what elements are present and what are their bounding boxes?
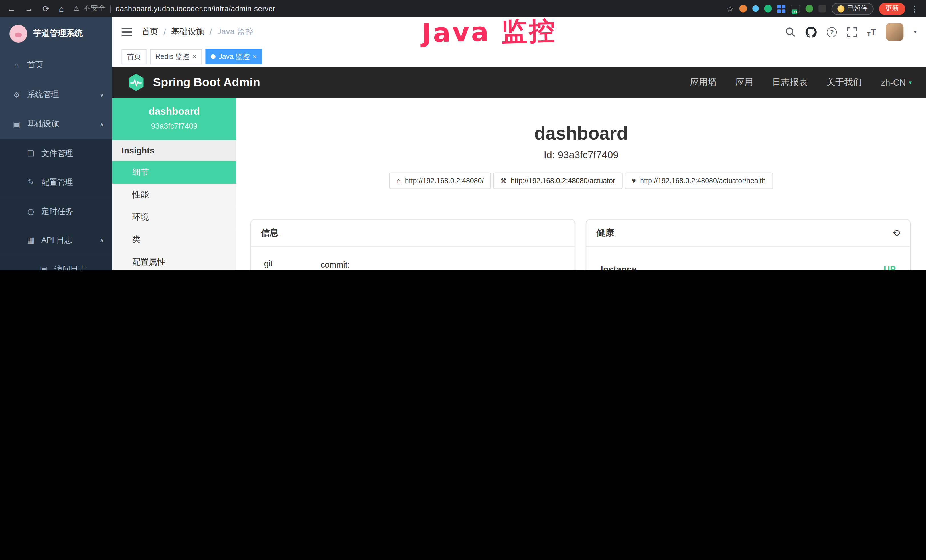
- address-separator: |: [109, 4, 112, 13]
- search-icon[interactable]: [785, 27, 795, 37]
- address-bar[interactable]: ⚠ 不安全 | dashboard.yudao.iocoder.cn/infra…: [73, 3, 726, 14]
- extension-icon-green[interactable]: [764, 5, 772, 12]
- wrench-icon: ⚒: [500, 177, 507, 185]
- sidebar-item-label: 系统管理: [27, 89, 59, 100]
- back-icon[interactable]: ←: [7, 4, 15, 13]
- home-icon: ⌂: [396, 177, 401, 185]
- sidebar-item-api-logs[interactable]: ▦ API 日志 ∧: [0, 226, 112, 254]
- instance-url-link[interactable]: ⌂ http://192.168.0.2:48080/: [389, 173, 491, 189]
- browser-toolbar: ☆ on 已暂停 更新 ⋮: [726, 3, 919, 14]
- edit-icon: ✎: [26, 178, 35, 186]
- breadcrumb-home[interactable]: 首页: [142, 27, 158, 37]
- instance-id: 93a3fc7f7409: [117, 122, 232, 131]
- sidebar-item-home[interactable]: ⌂ 首页: [0, 50, 112, 80]
- actuator-url-link[interactable]: ⚒ http://192.168.0.2:48080/actuator: [493, 173, 622, 189]
- sba-sidebar: dashboard 93a3fc7f7409 Insights 细节 性能 环境…: [112, 98, 236, 271]
- browser-home-icon[interactable]: ⌂: [59, 4, 64, 13]
- page-subtitle: Id: 93a3fc7f7409: [236, 150, 926, 161]
- sidebar-item-scheduled-jobs[interactable]: ◷ 定时任务: [0, 197, 112, 226]
- app-sidebar: 芋道管理系统 ⌂ 首页 ⚙ 系统管理 ∨ ▤ 基础设施 ∧ ❏ 文件管理 ✎: [0, 17, 112, 271]
- tag-label: 首页: [127, 51, 141, 62]
- annotation-overlay: Java 监控: [421, 14, 557, 51]
- bookmark-star-icon[interactable]: ☆: [726, 4, 734, 13]
- instance-header[interactable]: dashboard 93a3fc7f7409: [112, 98, 236, 140]
- user-avatar[interactable]: [886, 23, 904, 41]
- sba-nav-journal[interactable]: 日志报表: [772, 77, 807, 88]
- sidebar-item-access-logs[interactable]: ▣ 访问日志: [0, 255, 112, 271]
- tag-label: Redis 监控: [156, 51, 190, 62]
- table-row[interactable]: Instance UP: [599, 257, 897, 271]
- extensions-puzzle-icon[interactable]: [818, 5, 826, 12]
- paused-pill[interactable]: 已暂停: [831, 3, 873, 14]
- health-instance-label: Instance: [601, 264, 637, 271]
- tag-home[interactable]: 首页: [122, 49, 147, 65]
- reload-icon[interactable]: ⟳: [42, 4, 49, 13]
- on-badge-label: on: [792, 9, 797, 14]
- navbar-tools: ? TT ▾: [785, 23, 916, 41]
- sba-nav-about[interactable]: 关于我们: [826, 77, 862, 88]
- sba-item-config-props[interactable]: 配置属性: [112, 251, 236, 271]
- extension-icon-blue-drop[interactable]: [752, 5, 759, 12]
- sba-item-details[interactable]: 细节: [112, 161, 236, 184]
- breadcrumb-separator: /: [210, 27, 212, 36]
- github-icon[interactable]: [806, 26, 817, 37]
- sidebar-item-file-management[interactable]: ❏ 文件管理: [0, 139, 112, 168]
- breadcrumb-infrastructure[interactable]: 基础设施: [171, 27, 204, 37]
- breadcrumb: 首页 / 基础设施 / Java 监控: [142, 27, 254, 37]
- heart-icon: ♥: [632, 177, 636, 185]
- forward-icon[interactable]: →: [25, 4, 33, 13]
- tag-java-monitor[interactable]: Java 监控 ×: [206, 49, 262, 65]
- link-text: http://192.168.0.2:48080/actuator: [511, 177, 615, 185]
- file-icon: ❏: [26, 149, 35, 158]
- collapse-sidebar-button[interactable]: [122, 28, 132, 36]
- instance-links: ⌂ http://192.168.0.2:48080/ ⚒ http://192…: [236, 173, 926, 189]
- browser-menu-icon[interactable]: ⋮: [911, 4, 919, 13]
- sidebar-item-label: 访问日志: [54, 264, 86, 271]
- active-dot: [211, 54, 216, 59]
- close-icon[interactable]: ×: [253, 53, 257, 61]
- sba-nav-applications[interactable]: 应用: [735, 77, 753, 88]
- spring-boot-admin-logo[interactable]: [126, 73, 146, 92]
- health-url-link[interactable]: ♥ http://192.168.0.2:48080/actuator/heal…: [625, 173, 773, 189]
- sidebar-item-config-management[interactable]: ✎ 配置管理: [0, 168, 112, 197]
- sidebar-item-label: 基础设施: [27, 119, 59, 129]
- font-size-icon[interactable]: TT: [867, 27, 876, 37]
- security-label: 不安全: [83, 3, 106, 14]
- app-logo[interactable]: 芋道管理系统: [0, 17, 112, 50]
- sidebar-item-label: 首页: [27, 60, 43, 70]
- insights-section-label: Insights: [112, 140, 236, 162]
- sidebar-item-label: 配置管理: [41, 177, 73, 188]
- update-button[interactable]: 更新: [879, 3, 905, 14]
- close-icon[interactable]: ×: [192, 53, 197, 61]
- history-icon[interactable]: ⟲: [892, 227, 900, 239]
- sba-nav-wallboard[interactable]: 应用墙: [690, 77, 717, 88]
- spring-boot-admin: Spring Boot Admin 应用墙 应用 日志报表 关于我们 zh-CN…: [112, 67, 926, 271]
- sba-item-environment[interactable]: 环境: [112, 206, 236, 229]
- sba-locale-select[interactable]: zh-CN ▾: [881, 77, 912, 87]
- sidebar-item-infrastructure[interactable]: ▤ 基础设施 ∧: [0, 109, 112, 139]
- sidebar-item-label: 文件管理: [41, 148, 73, 159]
- tag-redis-monitor[interactable]: Redis 监控 ×: [150, 49, 202, 65]
- sidebar-item-system[interactable]: ⚙ 系统管理 ∨: [0, 80, 112, 109]
- info-card: 信息 git commit: time: 1596289704000 id: 2…: [251, 219, 575, 271]
- breadcrumb-separator: /: [164, 27, 166, 36]
- paused-label: 已暂停: [847, 4, 867, 13]
- fullscreen-icon[interactable]: [847, 27, 857, 37]
- extension-icon-on[interactable]: on: [791, 5, 800, 12]
- caret-down-icon[interactable]: ▾: [914, 29, 916, 35]
- extension-icon-leaf[interactable]: [805, 5, 813, 12]
- table-row: git commit: time: 1596289704000 id: 27aa…: [264, 257, 562, 271]
- chevron-down-icon: ▾: [909, 79, 912, 86]
- chevron-up-icon: ∧: [100, 121, 104, 127]
- sba-brand[interactable]: Spring Boot Admin: [153, 76, 260, 89]
- locale-value: zh-CN: [881, 77, 906, 87]
- help-icon[interactable]: ?: [827, 27, 837, 37]
- status-badge: UP: [884, 264, 896, 271]
- sba-item-classes[interactable]: 类: [112, 229, 236, 251]
- card-title: 信息: [261, 227, 278, 239]
- top-navbar: 首页 / 基础设施 / Java 监控 Java 监控 ?: [112, 17, 926, 47]
- sba-item-performance[interactable]: 性能: [112, 184, 236, 206]
- app-title: 芋道管理系统: [33, 28, 83, 39]
- extension-icon-grid[interactable]: [777, 5, 785, 13]
- extension-icon-orange[interactable]: [739, 5, 747, 12]
